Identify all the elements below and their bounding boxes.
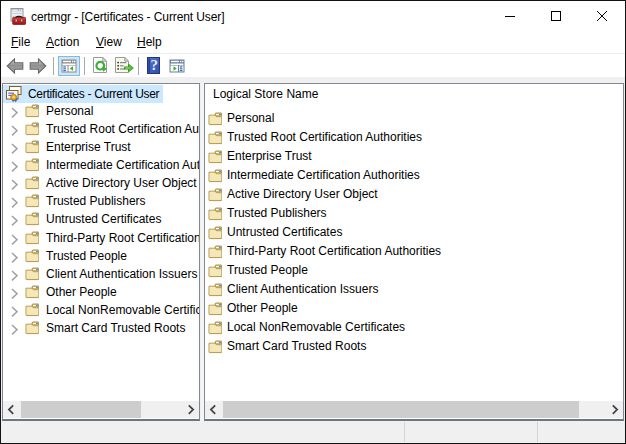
svg-text:?: ?: [150, 57, 158, 73]
